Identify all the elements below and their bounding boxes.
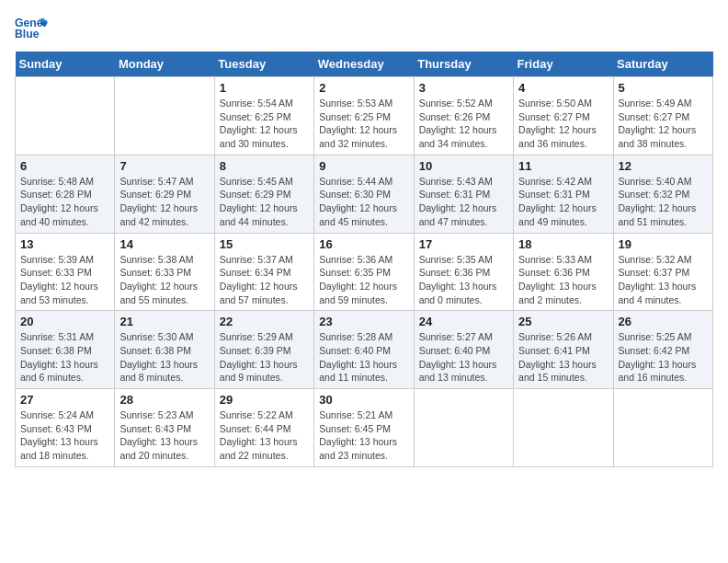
calendar-week-1: 1Sunrise: 5:54 AM Sunset: 6:25 PM Daylig…	[16, 77, 713, 155]
day-info: Sunrise: 5:52 AM Sunset: 6:26 PM Dayligh…	[419, 97, 508, 151]
calendar-cell: 27Sunrise: 5:24 AM Sunset: 6:43 PM Dayli…	[16, 389, 115, 467]
day-info: Sunrise: 5:49 AM Sunset: 6:27 PM Dayligh…	[619, 97, 708, 151]
day-number: 6	[20, 159, 109, 173]
day-info: Sunrise: 5:47 AM Sunset: 6:29 PM Dayligh…	[119, 175, 209, 229]
day-info: Sunrise: 5:35 AM Sunset: 6:36 PM Dayligh…	[419, 253, 508, 307]
day-number: 23	[319, 315, 408, 328]
calendar-cell	[514, 389, 613, 467]
calendar-week-2: 6Sunrise: 5:48 AM Sunset: 6:28 PM Daylig…	[16, 155, 713, 233]
calendar-cell: 20Sunrise: 5:31 AM Sunset: 6:38 PM Dayli…	[16, 311, 115, 389]
day-info: Sunrise: 5:22 AM Sunset: 6:44 PM Dayligh…	[220, 408, 309, 463]
day-number: 7	[119, 159, 209, 173]
calendar-cell: 30Sunrise: 5:21 AM Sunset: 6:45 PM Dayli…	[314, 389, 414, 467]
day-info: Sunrise: 5:33 AM Sunset: 6:36 PM Dayligh…	[518, 253, 608, 307]
page-header: General Blue	[15, 15, 713, 42]
calendar-cell: 8Sunrise: 5:45 AM Sunset: 6:29 PM Daylig…	[214, 155, 313, 233]
day-number: 29	[220, 393, 309, 407]
day-header-monday: Monday	[115, 52, 214, 77]
day-info: Sunrise: 5:43 AM Sunset: 6:31 PM Dayligh…	[419, 175, 508, 229]
calendar-cell: 13Sunrise: 5:39 AM Sunset: 6:33 PM Dayli…	[16, 233, 115, 311]
day-number: 24	[419, 315, 508, 328]
calendar-cell: 10Sunrise: 5:43 AM Sunset: 6:31 PM Dayli…	[414, 155, 513, 233]
day-number: 17	[419, 237, 508, 251]
calendar-cell: 2Sunrise: 5:53 AM Sunset: 6:25 PM Daylig…	[314, 77, 414, 155]
calendar-cell	[115, 77, 214, 155]
day-number: 1	[220, 81, 309, 95]
day-number: 30	[319, 393, 408, 407]
calendar-cell	[16, 77, 115, 155]
calendar-cell: 21Sunrise: 5:30 AM Sunset: 6:38 PM Dayli…	[115, 311, 214, 389]
calendar-cell: 16Sunrise: 5:36 AM Sunset: 6:35 PM Dayli…	[314, 233, 414, 311]
day-number: 8	[220, 159, 309, 173]
calendar-cell: 18Sunrise: 5:33 AM Sunset: 6:36 PM Dayli…	[514, 233, 613, 311]
day-info: Sunrise: 5:25 AM Sunset: 6:42 PM Dayligh…	[619, 330, 708, 385]
day-number: 3	[419, 81, 508, 95]
day-info: Sunrise: 5:30 AM Sunset: 6:38 PM Dayligh…	[119, 330, 209, 385]
calendar-cell: 26Sunrise: 5:25 AM Sunset: 6:42 PM Dayli…	[613, 311, 712, 389]
day-number: 20	[20, 315, 109, 328]
day-info: Sunrise: 5:48 AM Sunset: 6:28 PM Dayligh…	[20, 175, 109, 229]
day-header-thursday: Thursday	[414, 52, 513, 77]
day-number: 28	[119, 393, 209, 407]
calendar-cell	[613, 389, 712, 467]
day-info: Sunrise: 5:40 AM Sunset: 6:32 PM Dayligh…	[619, 175, 708, 229]
logo: General Blue	[15, 15, 48, 42]
day-info: Sunrise: 5:36 AM Sunset: 6:35 PM Dayligh…	[319, 253, 408, 307]
calendar-cell	[414, 389, 513, 467]
day-number: 4	[518, 81, 608, 95]
day-info: Sunrise: 5:42 AM Sunset: 6:31 PM Dayligh…	[518, 175, 608, 229]
day-info: Sunrise: 5:27 AM Sunset: 6:40 PM Dayligh…	[419, 330, 508, 385]
day-number: 22	[220, 315, 309, 328]
calendar-cell: 14Sunrise: 5:38 AM Sunset: 6:33 PM Dayli…	[115, 233, 214, 311]
calendar-cell: 28Sunrise: 5:23 AM Sunset: 6:43 PM Dayli…	[115, 389, 214, 467]
day-number: 13	[20, 237, 109, 251]
calendar-cell: 4Sunrise: 5:50 AM Sunset: 6:27 PM Daylig…	[514, 77, 613, 155]
day-number: 5	[619, 81, 708, 95]
calendar-cell: 24Sunrise: 5:27 AM Sunset: 6:40 PM Dayli…	[414, 311, 513, 389]
day-number: 9	[319, 159, 408, 173]
calendar-cell: 1Sunrise: 5:54 AM Sunset: 6:25 PM Daylig…	[214, 77, 313, 155]
calendar-week-4: 20Sunrise: 5:31 AM Sunset: 6:38 PM Dayli…	[16, 311, 713, 389]
day-info: Sunrise: 5:38 AM Sunset: 6:33 PM Dayligh…	[119, 253, 209, 307]
day-info: Sunrise: 5:32 AM Sunset: 6:37 PM Dayligh…	[619, 253, 708, 307]
calendar-cell: 17Sunrise: 5:35 AM Sunset: 6:36 PM Dayli…	[414, 233, 513, 311]
day-number: 18	[518, 237, 608, 251]
calendar-cell: 12Sunrise: 5:40 AM Sunset: 6:32 PM Dayli…	[613, 155, 712, 233]
day-info: Sunrise: 5:31 AM Sunset: 6:38 PM Dayligh…	[20, 330, 109, 385]
calendar-cell: 29Sunrise: 5:22 AM Sunset: 6:44 PM Dayli…	[214, 389, 313, 467]
calendar-cell: 9Sunrise: 5:44 AM Sunset: 6:30 PM Daylig…	[314, 155, 414, 233]
calendar-cell: 6Sunrise: 5:48 AM Sunset: 6:28 PM Daylig…	[16, 155, 115, 233]
day-number: 21	[119, 315, 209, 328]
calendar-table: SundayMondayTuesdayWednesdayThursdayFrid…	[15, 52, 713, 467]
day-number: 27	[20, 393, 109, 407]
day-info: Sunrise: 5:29 AM Sunset: 6:39 PM Dayligh…	[220, 330, 309, 385]
day-number: 15	[220, 237, 309, 251]
day-number: 11	[518, 159, 608, 173]
day-info: Sunrise: 5:50 AM Sunset: 6:27 PM Dayligh…	[518, 97, 608, 151]
calendar-cell: 7Sunrise: 5:47 AM Sunset: 6:29 PM Daylig…	[115, 155, 214, 233]
day-info: Sunrise: 5:23 AM Sunset: 6:43 PM Dayligh…	[119, 408, 209, 463]
calendar-cell: 25Sunrise: 5:26 AM Sunset: 6:41 PM Dayli…	[514, 311, 613, 389]
day-header-tuesday: Tuesday	[214, 52, 313, 77]
calendar-cell: 5Sunrise: 5:49 AM Sunset: 6:27 PM Daylig…	[613, 77, 712, 155]
calendar-cell: 19Sunrise: 5:32 AM Sunset: 6:37 PM Dayli…	[613, 233, 712, 311]
day-info: Sunrise: 5:24 AM Sunset: 6:43 PM Dayligh…	[20, 408, 109, 463]
day-info: Sunrise: 5:21 AM Sunset: 6:45 PM Dayligh…	[319, 408, 408, 463]
day-number: 19	[619, 237, 708, 251]
day-info: Sunrise: 5:37 AM Sunset: 6:34 PM Dayligh…	[220, 253, 309, 307]
day-info: Sunrise: 5:39 AM Sunset: 6:33 PM Dayligh…	[20, 253, 109, 307]
day-number: 14	[119, 237, 209, 251]
day-number: 26	[619, 315, 708, 328]
day-number: 10	[419, 159, 508, 173]
calendar-cell: 22Sunrise: 5:29 AM Sunset: 6:39 PM Dayli…	[214, 311, 313, 389]
calendar-week-3: 13Sunrise: 5:39 AM Sunset: 6:33 PM Dayli…	[16, 233, 713, 311]
day-info: Sunrise: 5:44 AM Sunset: 6:30 PM Dayligh…	[319, 175, 408, 229]
calendar-cell: 15Sunrise: 5:37 AM Sunset: 6:34 PM Dayli…	[214, 233, 313, 311]
day-header-sunday: Sunday	[16, 52, 115, 77]
day-number: 16	[319, 237, 408, 251]
calendar-cell: 23Sunrise: 5:28 AM Sunset: 6:40 PM Dayli…	[314, 311, 414, 389]
day-header-saturday: Saturday	[613, 52, 712, 77]
day-number: 25	[518, 315, 608, 328]
logo-icon: General Blue	[15, 15, 48, 42]
day-info: Sunrise: 5:28 AM Sunset: 6:40 PM Dayligh…	[319, 330, 408, 385]
